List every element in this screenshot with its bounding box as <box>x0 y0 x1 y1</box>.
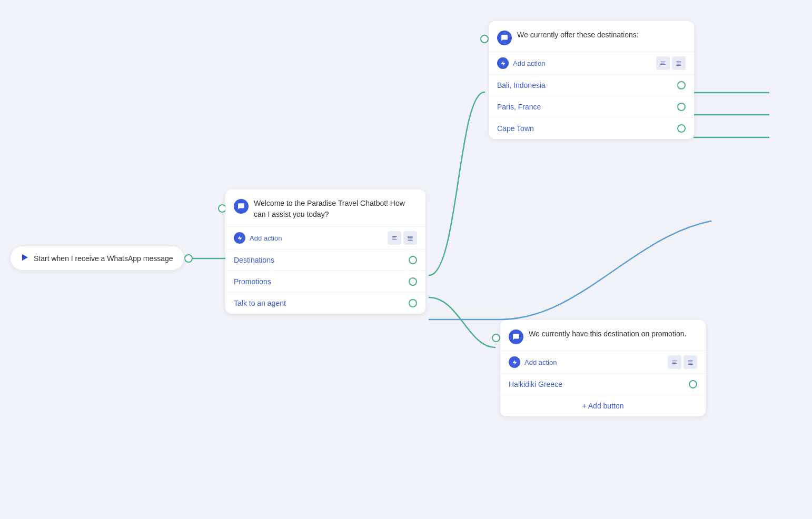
svg-rect-9 <box>408 237 413 238</box>
svg-rect-10 <box>408 239 413 239</box>
chat-bubble-icon <box>234 199 249 214</box>
dest-align-icon-btn[interactable] <box>656 56 670 70</box>
svg-rect-12 <box>661 62 666 62</box>
svg-point-0 <box>185 255 192 262</box>
option-paris-label: Paris, France <box>497 103 541 111</box>
svg-rect-24 <box>688 363 693 364</box>
svg-rect-13 <box>661 63 665 64</box>
svg-rect-25 <box>688 364 693 365</box>
svg-rect-21 <box>672 363 677 364</box>
option-promotions[interactable]: Promotions <box>225 271 425 293</box>
option-bali-dot <box>677 81 686 89</box>
svg-rect-15 <box>677 62 681 62</box>
promotions-add-action-label: Add action <box>524 358 664 366</box>
option-promotions-dot <box>409 277 417 286</box>
svg-rect-20 <box>672 362 676 363</box>
option-paris-dot <box>677 103 686 111</box>
svg-rect-6 <box>392 238 396 238</box>
start-node: Start when I receive a WhatsApp message <box>11 246 184 270</box>
svg-rect-16 <box>677 63 681 63</box>
promo-bolt-icon <box>509 356 520 368</box>
svg-point-2 <box>481 35 488 43</box>
svg-point-1 <box>219 205 226 212</box>
dest-chat-icon <box>497 31 512 45</box>
promo-align-icon-btn[interactable] <box>668 355 681 369</box>
chatbot-node: Welcome to the Paradise Travel Chatbot! … <box>225 189 425 314</box>
destinations-node: We currently offer these destinations: A… <box>489 21 694 139</box>
promo-chat-icon <box>509 330 523 344</box>
svg-rect-8 <box>408 236 413 237</box>
dest-bolt-icon <box>497 57 509 69</box>
promotions-node: We currently have this destination on pr… <box>500 320 706 416</box>
svg-rect-14 <box>661 64 666 65</box>
add-button-row[interactable]: + Add button <box>500 395 706 416</box>
option-destinations-label: Destinations <box>234 256 274 264</box>
chatbot-message: Welcome to the Paradise Travel Chatbot! … <box>254 198 417 220</box>
promotions-add-action-bar[interactable]: Add action <box>500 351 706 374</box>
option-bali-label: Bali, Indonesia <box>497 81 546 89</box>
add-button-label: + Add button <box>582 402 623 410</box>
svg-point-3 <box>492 334 500 342</box>
list-icon-btn[interactable] <box>403 231 417 245</box>
chatbot-add-action-label: Add action <box>250 234 383 242</box>
option-destinations[interactable]: Destinations <box>225 249 425 271</box>
start-node-label: Start when I receive a WhatsApp message <box>34 254 173 263</box>
align-icon-btn[interactable] <box>388 231 401 245</box>
bolt-icon <box>234 232 245 244</box>
dest-list-icon-btn[interactable] <box>672 56 686 70</box>
destinations-add-action-bar[interactable]: Add action <box>489 52 694 75</box>
option-cape-town[interactable]: Cape Town <box>489 118 694 139</box>
option-halkidiki[interactable]: Halkidiki Greece <box>500 374 706 395</box>
chatbot-add-action-bar[interactable]: Add action <box>225 226 425 249</box>
svg-rect-22 <box>688 361 693 361</box>
svg-rect-11 <box>408 240 413 241</box>
destinations-message: We currently offer these destinations: <box>517 29 639 41</box>
promotions-message: We currently have this destination on pr… <box>529 328 686 340</box>
option-cape-town-dot <box>677 124 686 133</box>
svg-rect-17 <box>677 64 681 65</box>
option-halkidiki-dot <box>689 380 697 388</box>
svg-rect-23 <box>688 362 693 362</box>
option-talk-to-agent[interactable]: Talk to an agent <box>225 293 425 314</box>
option-bali[interactable]: Bali, Indonesia <box>489 75 694 96</box>
option-cape-town-label: Cape Town <box>497 124 534 133</box>
destinations-add-action-label: Add action <box>513 59 652 67</box>
svg-rect-5 <box>392 236 397 237</box>
option-paris[interactable]: Paris, France <box>489 96 694 118</box>
svg-rect-7 <box>392 239 397 239</box>
svg-marker-4 <box>22 254 28 261</box>
svg-rect-19 <box>672 361 677 361</box>
option-promotions-label: Promotions <box>234 277 271 286</box>
option-talk-to-agent-dot <box>409 299 417 307</box>
option-halkidiki-label: Halkidiki Greece <box>509 380 562 388</box>
play-icon <box>21 254 28 263</box>
promo-list-icon-btn[interactable] <box>684 355 697 369</box>
option-talk-to-agent-label: Talk to an agent <box>234 299 286 307</box>
option-destinations-dot <box>409 256 417 264</box>
svg-rect-18 <box>677 65 681 66</box>
